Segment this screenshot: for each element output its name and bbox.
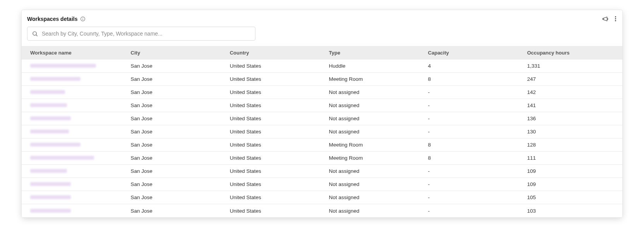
redacted-name	[30, 143, 80, 147]
cell-workspace-name	[22, 102, 127, 108]
table-row[interactable]: San JoseUnited StatesNot assigned-141	[22, 99, 622, 112]
cell-occupancy-hours: 130	[523, 129, 622, 135]
redacted-name	[30, 195, 71, 199]
cell-city: San Jose	[127, 129, 226, 135]
cell-capacity: 8	[424, 142, 523, 148]
table-row[interactable]: San JoseUnited StatesNot assigned-109	[22, 178, 622, 191]
cell-occupancy-hours: 136	[523, 116, 622, 121]
table-body: San JoseUnited StatesHuddle41,331San Jos…	[22, 60, 622, 217]
cell-type: Meeting Room	[325, 142, 424, 148]
search-input[interactable]	[42, 31, 250, 37]
cell-country: United States	[226, 76, 325, 82]
cell-capacity: 8	[424, 76, 523, 82]
redacted-name	[30, 90, 65, 94]
redacted-name	[30, 116, 71, 120]
table-header: Workspace name City Country Type Capacit…	[22, 46, 622, 60]
cell-type: Not assigned	[325, 116, 424, 121]
workspaces-details-card: Workspaces details	[21, 10, 623, 218]
cell-type: Not assigned	[325, 208, 424, 214]
table-row[interactable]: San JoseUnited StatesNot assigned-130	[22, 125, 622, 138]
col-header-city[interactable]: City	[127, 50, 226, 56]
cell-city: San Jose	[127, 102, 226, 108]
cell-workspace-name	[22, 181, 127, 187]
cell-occupancy-hours: 109	[523, 181, 622, 187]
cell-country: United States	[226, 208, 325, 214]
search-wrap	[22, 27, 622, 46]
cell-country: United States	[226, 116, 325, 121]
col-header-occupancy-hours[interactable]: Occupancy hours	[523, 50, 622, 56]
megaphone-icon[interactable]	[602, 15, 609, 22]
svg-point-3	[33, 31, 36, 35]
cell-country: United States	[226, 63, 325, 69]
col-header-type[interactable]: Type	[325, 50, 424, 56]
cell-occupancy-hours: 103	[523, 208, 622, 214]
cell-country: United States	[226, 168, 325, 174]
table-row[interactable]: San JoseUnited StatesNot assigned-142	[22, 86, 622, 99]
svg-line-4	[36, 35, 37, 36]
cell-type: Not assigned	[325, 168, 424, 174]
table-row[interactable]: San JoseUnited StatesNot assigned-103	[22, 204, 622, 217]
cell-occupancy-hours: 141	[523, 102, 622, 108]
cell-capacity: -	[424, 181, 523, 187]
cell-occupancy-hours: 105	[523, 194, 622, 200]
cell-capacity: -	[424, 102, 523, 108]
cell-capacity: 4	[424, 63, 523, 69]
cell-country: United States	[226, 194, 325, 200]
cell-type: Not assigned	[325, 102, 424, 108]
cell-city: San Jose	[127, 63, 226, 69]
more-menu-button[interactable]	[614, 15, 617, 23]
cell-occupancy-hours: 247	[523, 76, 622, 82]
cell-capacity: -	[424, 89, 523, 95]
redacted-name	[30, 182, 71, 186]
table-row[interactable]: San JoseUnited StatesNot assigned-109	[22, 165, 622, 178]
cell-country: United States	[226, 89, 325, 95]
cell-type: Not assigned	[325, 129, 424, 135]
cell-occupancy-hours: 142	[523, 89, 622, 95]
cell-city: San Jose	[127, 89, 226, 95]
info-icon[interactable]	[80, 16, 86, 22]
cell-type: Meeting Room	[325, 155, 424, 161]
cell-country: United States	[226, 102, 325, 108]
cell-workspace-name	[22, 116, 127, 121]
table-row[interactable]: San JoseUnited StatesMeeting Room8247	[22, 73, 622, 86]
svg-point-1	[83, 17, 83, 18]
cell-workspace-name	[22, 76, 127, 82]
cell-capacity: -	[424, 208, 523, 214]
cell-workspace-name	[22, 89, 127, 95]
table-row[interactable]: San JoseUnited StatesHuddle41,331	[22, 60, 622, 73]
cell-country: United States	[226, 129, 325, 135]
cell-capacity: -	[424, 168, 523, 174]
cell-city: San Jose	[127, 116, 226, 121]
cell-type: Meeting Room	[325, 76, 424, 82]
col-header-country[interactable]: Country	[226, 50, 325, 56]
cell-capacity: -	[424, 116, 523, 121]
cell-city: San Jose	[127, 155, 226, 161]
search-box[interactable]	[27, 27, 255, 41]
redacted-name	[30, 169, 67, 173]
cell-city: San Jose	[127, 76, 226, 82]
redacted-name	[30, 77, 80, 81]
redacted-name	[30, 209, 71, 213]
redacted-name	[30, 156, 94, 160]
cell-city: San Jose	[127, 208, 226, 214]
cell-city: San Jose	[127, 168, 226, 174]
search-icon	[32, 31, 38, 37]
redacted-name	[30, 64, 96, 68]
cell-type: Not assigned	[325, 89, 424, 95]
cell-country: United States	[226, 181, 325, 187]
cell-country: United States	[226, 142, 325, 148]
card-header: Workspaces details	[22, 15, 622, 27]
cell-workspace-name	[22, 168, 127, 174]
cell-workspace-name	[22, 129, 127, 135]
title-wrap: Workspaces details	[27, 16, 86, 22]
cell-workspace-name	[22, 208, 127, 214]
table-row[interactable]: San JoseUnited StatesMeeting Room8111	[22, 152, 622, 165]
col-header-workspace-name[interactable]: Workspace name	[22, 50, 127, 56]
table-row[interactable]: San JoseUnited StatesNot assigned-136	[22, 112, 622, 125]
header-actions	[602, 15, 617, 23]
table-row[interactable]: San JoseUnited StatesMeeting Room8128	[22, 138, 622, 152]
cell-workspace-name	[22, 155, 127, 161]
cell-occupancy-hours: 111	[523, 155, 622, 161]
table-row[interactable]: San JoseUnited StatesNot assigned-105	[22, 191, 622, 204]
col-header-capacity[interactable]: Capacity	[424, 50, 523, 56]
